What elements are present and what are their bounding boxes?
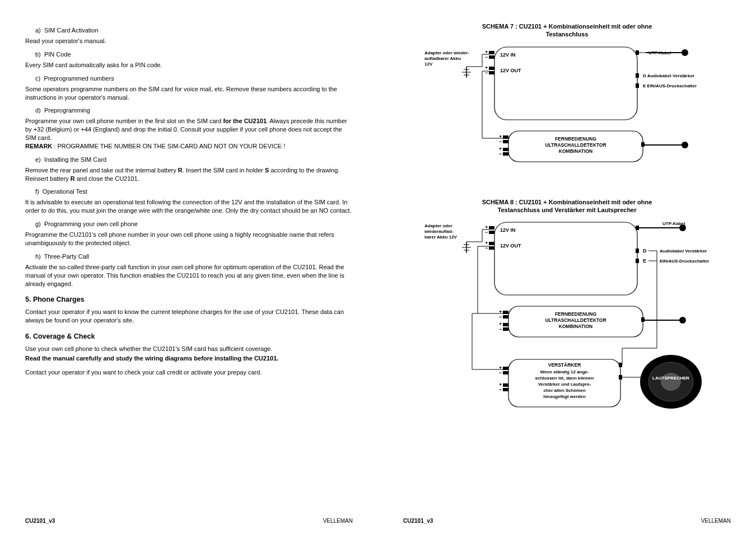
verst-l5: cher allen Schemen	[543, 388, 585, 393]
terminal-icon	[503, 383, 508, 387]
footer-brand: VELLEMAN	[323, 518, 353, 524]
heading-5: 5. Phone Charges	[25, 296, 353, 303]
port-icon	[636, 83, 639, 88]
para-g: Programme the CU2101's cell phone number…	[25, 231, 353, 247]
combo-l2: ULTRASCHALLDETEKTOR	[545, 142, 606, 148]
para-6b: Read the manual carefully and study the …	[25, 354, 353, 363]
minus-icon: −	[499, 151, 502, 157]
terminal-icon	[503, 148, 508, 151]
heading-6: 6. Coverage & Check	[25, 332, 353, 340]
label-adapter-l1: Adapter oder wieder-	[424, 50, 469, 55]
item-letter: f)	[35, 188, 39, 195]
terminal-icon	[489, 71, 494, 74]
item-title: SIM Card Activation	[44, 27, 99, 34]
item-title: Operational Test	[43, 188, 87, 195]
port-icon	[636, 249, 639, 253]
label-speaker: LAUTSPRECHER	[652, 376, 689, 381]
text: . Insert the SIM card in holder	[183, 167, 265, 174]
schema-7-svg: + − 12V IN + − 12V OUT Adapter oder wied…	[422, 44, 713, 176]
label-e-switch: E EIN/AUS-Druckschalter	[643, 83, 697, 88]
title-line2: Testanschluss	[546, 31, 589, 38]
port-icon	[636, 226, 639, 230]
label-switch: EIN/AUS-Druckschalter	[660, 259, 709, 264]
port-icon	[619, 375, 622, 380]
item-title: Three-Party Call	[44, 253, 89, 260]
main-unit-box	[494, 222, 637, 295]
schema-8-svg: + − 12V IN + − 12V OUT Adapter oder wied…	[422, 219, 713, 427]
verst-l1: VERSTÄRKER	[548, 362, 581, 368]
item-title: PIN Code	[44, 51, 71, 58]
label-adapter-l2: wiederauflad-	[424, 229, 454, 234]
verst-l2: Wenn ständig 12 ange-	[540, 369, 589, 374]
minus-icon: −	[499, 314, 502, 320]
label-adapter-l2: aufladbarer Akku	[424, 56, 461, 61]
combo-l3: KOMBINATION	[558, 148, 592, 154]
footer-right-page: CU2101_v3 VELLEMAN	[403, 518, 731, 524]
terminal-icon	[489, 67, 494, 70]
minus-icon: −	[499, 139, 502, 144]
text-bold: R	[178, 167, 183, 174]
minus-icon: −	[485, 229, 488, 235]
item-letter: e)	[35, 156, 41, 163]
port-icon	[641, 317, 645, 322]
port-icon	[619, 363, 622, 367]
terminal-icon	[503, 140, 508, 143]
label-d-audio: D Audiokabel Verstärker	[643, 73, 694, 78]
item-letter: d)	[35, 107, 41, 114]
minus-icon: −	[485, 54, 488, 60]
item-letter: c)	[35, 75, 40, 82]
title-line2: Testanschluss und Verstärker mit Lautspr…	[498, 207, 637, 213]
terminal-icon	[503, 327, 508, 331]
terminal-icon	[503, 311, 508, 314]
schema-7: SCHEMA 7 : CU2101 + Kombinationseinheit …	[422, 22, 713, 176]
terminal-icon	[503, 315, 508, 318]
para-b: Every SIM card automatically asks for a …	[25, 61, 353, 69]
remark-bold: REMARK	[25, 143, 52, 149]
para-f: It is advisable to execute an operationa…	[25, 198, 353, 215]
para-e: Remove the rear panel and take out the i…	[25, 166, 353, 183]
label-12v-out: 12V OUT	[500, 243, 521, 249]
para-5: Contact your operator if you want to kno…	[25, 308, 353, 325]
plug-icon	[682, 142, 688, 148]
label-adapter-l3: 12V	[424, 62, 433, 67]
label-d: D	[643, 248, 647, 254]
item-g: g) Programming your own cell phone	[35, 221, 353, 227]
label-12v-out: 12V OUT	[500, 68, 521, 73]
combo-l3: KOMBINATION	[558, 324, 592, 329]
verst-l4: Verstärker und Lautspre-	[538, 382, 591, 387]
para-d1: Programme your own cell phone number in …	[25, 117, 353, 150]
text-bold: R	[71, 175, 75, 182]
title-line1: SCHEMA 8 : CU2101 + Kombinationseinheit …	[482, 199, 652, 205]
item-h: h) Three-Party Call	[35, 253, 353, 260]
para-h: Activate the so-called three-party call …	[25, 263, 353, 288]
item-f: f) Operational Test	[35, 188, 353, 195]
text: Programme your own cell phone number in …	[25, 118, 223, 124]
main-unit-box	[494, 47, 637, 120]
terminal-icon	[489, 246, 494, 250]
plug-icon	[682, 49, 688, 56]
port-icon	[636, 50, 639, 55]
schema-8: SCHEMA 8 : CU2101 + Kombinationseinheit …	[422, 198, 713, 427]
para-6c: Contact your operator if you want to che…	[25, 368, 353, 377]
para-a: Read your operator's manual.	[25, 37, 353, 45]
verst-l6: hinzugefügt werden	[543, 394, 586, 399]
item-d: d) Preprogramming	[35, 107, 353, 114]
item-letter: h)	[35, 253, 41, 260]
combo-l1: FERNBEDIENUNG	[554, 136, 596, 142]
label-12v-in: 12V IN	[500, 52, 516, 58]
item-b: b) PIN Code	[35, 51, 353, 58]
label-audio: Audiokabel Verstärker	[660, 249, 707, 254]
footer-docid: CU2101_v3	[25, 518, 55, 524]
terminal-icon	[503, 388, 508, 391]
item-title: Installing the SIM Card	[44, 156, 106, 163]
label-utp: UTP-Kabel	[662, 221, 685, 226]
footer-left-page: CU2101_v3 VELLEMAN	[25, 518, 353, 524]
item-letter: b)	[35, 51, 41, 58]
para-c: Some operators programme numbers on the …	[25, 85, 353, 102]
text: and close the CU2101.	[75, 175, 139, 182]
item-title: Preprogramming	[44, 107, 90, 114]
terminal-icon	[489, 226, 494, 229]
minus-icon: −	[499, 370, 502, 376]
terminal-icon	[503, 323, 508, 326]
item-title: Programming your own cell phone	[44, 221, 138, 227]
